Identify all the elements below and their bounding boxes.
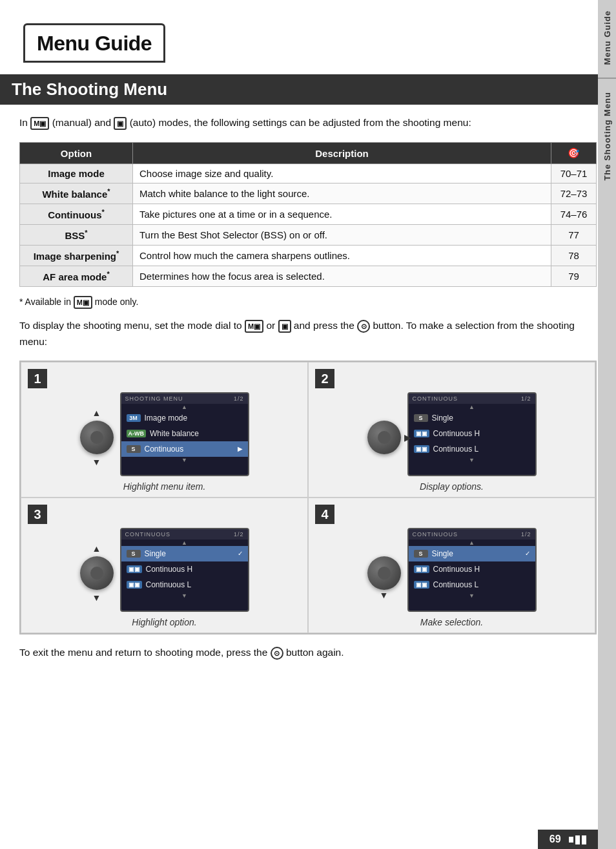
step-3-item-cont-l: ▣▣ Continuous L — [121, 577, 248, 592]
step-2-caption: Display options. — [315, 481, 588, 492]
step-3-item-single: S Single ✓ — [121, 546, 248, 561]
instructions-text: To display the shooting menu, set the mo… — [19, 318, 597, 350]
exit-menu-button-icon: ⊙ — [271, 647, 283, 660]
step-1-item-continuous: S Continuous ▶ — [121, 441, 248, 457]
page-number: 69 — [549, 833, 561, 844]
step-2-item-single: S Single — [409, 410, 535, 426]
step-1-number: 1 — [28, 369, 47, 388]
exit-instructions: To exit the menu and return to shooting … — [0, 645, 616, 661]
table-row: AF area mode*Determines how the focus ar… — [20, 266, 597, 287]
description-cell: Determines how the focus area is selecte… — [133, 266, 551, 287]
option-cell: Image mode — [20, 164, 133, 183]
sidebar-label-menu-guide: Menu Guide — [600, 0, 615, 75]
main-content: In M▣ (manual) and ▣ (auto) modes, the f… — [0, 115, 616, 350]
step-3-check: ✓ — [238, 550, 243, 557]
page-cell: 72–73 — [551, 183, 597, 204]
option-cell: White balance* — [20, 183, 133, 204]
step-2-screen: CONTINUOUS1/2 ▲ S Single ▣▣ Continuous H… — [407, 392, 537, 476]
page-bar-2 — [575, 835, 580, 844]
manual-mode-icon-footnote: M▣ — [74, 296, 92, 309]
step-3-inner: ▲ ▼ CONTINUOUS1/2 ▲ S Single ✓ — [28, 528, 301, 612]
step-4-screen-header: CONTINUOUS1/2 — [409, 529, 535, 540]
options-table: Option Description 🎯 Image modeChoose im… — [19, 142, 597, 287]
page-number-bar: 69 — [538, 830, 598, 849]
page-cell: 70–71 — [551, 164, 597, 183]
page-title: Menu Guide — [37, 32, 152, 56]
table-footnote: * Available in M▣ mode only. — [19, 296, 597, 309]
step-2-icon-s: S — [414, 414, 428, 422]
page-bar-3 — [582, 835, 586, 844]
step-4-icon-s: S — [414, 550, 428, 558]
step-4-screen: CONTINUOUS1/2 ▲ S Single ✓ ▣▣ Continuous… — [407, 528, 537, 612]
step-1-icon-s: S — [127, 445, 141, 453]
auto-mode-icon: ▣ — [114, 117, 127, 130]
step-2-icon-cl: ▣▣ — [414, 445, 429, 453]
step-4-number: 4 — [315, 505, 334, 524]
page-bar-1 — [569, 837, 573, 843]
col-page-header: 🎯 — [551, 143, 597, 164]
step-2-cell: 2 ▶ CONTINUOUS1/2 ▲ S Single — [308, 362, 595, 498]
col-option-header: Option — [20, 143, 133, 164]
section-heading: The Shooting Menu — [0, 74, 598, 105]
step-4-item-single: S Single ✓ — [409, 546, 535, 561]
step-4-item-cont-l: ▣▣ Continuous L — [409, 577, 535, 592]
step-4-check: ✓ — [525, 550, 530, 557]
description-cell: Choose image size and quality. — [133, 164, 551, 183]
steps-grid: 1 ▲ ▼ SHOOTING MENU1/2 ▲ 3 — [19, 361, 597, 634]
sidebar-right: Menu Guide The Shooting Menu — [598, 0, 616, 849]
step-3-icon-cl: ▣▣ — [127, 581, 142, 589]
page-bars-icon — [569, 835, 586, 844]
step-1-icon-3m: 3M — [127, 414, 141, 422]
step-2-nav-button — [367, 421, 401, 454]
step-2-number: 2 — [315, 369, 334, 388]
sidebar-label-shooting-menu: The Shooting Menu — [600, 81, 615, 191]
menu-button-icon: ⊙ — [357, 320, 370, 333]
step-3-cell: 3 ▲ ▼ CONTINUOUS1/2 ▲ S Single — [21, 498, 308, 633]
step-2-inner: ▶ CONTINUOUS1/2 ▲ S Single ▣▣ Continuous… — [315, 392, 588, 476]
page-cell: 79 — [551, 266, 597, 287]
step-3-number: 3 — [28, 505, 47, 524]
step-3-icon-s: S — [127, 550, 141, 558]
step-4-cell: 4 ▼ CONTINUOUS1/2 ▲ S Single — [308, 498, 595, 633]
header-box: Menu Guide — [23, 23, 165, 63]
mode-dial-icon2: ▣ — [278, 320, 291, 333]
step-4-nav-button: ▼ — [367, 556, 401, 590]
table-row: BSS*Turn the Best Shot Selector (BSS) on… — [20, 225, 597, 246]
step-3-icon-ch: ▣▣ — [127, 565, 142, 573]
page-cell: 74–76 — [551, 204, 597, 225]
step-1-arrow-indicator: ▶ — [238, 445, 243, 452]
step-4-icon-ch: ▣▣ — [414, 565, 429, 573]
option-cell: BSS* — [20, 225, 133, 246]
step-2-icon-ch: ▣▣ — [414, 430, 429, 437]
page-cell: 77 — [551, 225, 597, 246]
step-4-icon-cl: ▣▣ — [414, 581, 429, 589]
sidebar-divider — [598, 78, 616, 79]
step-1-screen: SHOOTING MENU1/2 ▲ 3M Image mode A-WB Wh… — [120, 392, 249, 476]
option-cell: Continuous* — [20, 204, 133, 225]
step-3-screen: CONTINUOUS1/2 ▲ S Single ✓ ▣▣ Continuous… — [120, 528, 249, 612]
step-1-nav-button — [80, 421, 114, 454]
step-1-icon-awb: A-WB — [127, 430, 147, 437]
page-cell: 78 — [551, 246, 597, 266]
description-cell: Match white balance to the light source. — [133, 183, 551, 204]
table-row: White balance*Match white balance to the… — [20, 183, 597, 204]
option-cell: Image sharpening* — [20, 246, 133, 266]
option-cell: AF area mode* — [20, 266, 133, 287]
step-1-inner: ▲ ▼ SHOOTING MENU1/2 ▲ 3M Image mode — [28, 392, 301, 476]
mode-dial-icon1: M▣ — [245, 320, 263, 333]
col-description-header: Description — [133, 143, 551, 164]
step-2-item-cont-h: ▣▣ Continuous H — [409, 426, 535, 441]
step-2-item-cont-l: ▣▣ Continuous L — [409, 441, 535, 457]
step-1-cell: 1 ▲ ▼ SHOOTING MENU1/2 ▲ 3 — [21, 362, 308, 498]
step-4-inner: ▼ CONTINUOUS1/2 ▲ S Single ✓ ▣▣ Co — [315, 528, 588, 612]
step-1-item-white-balance: A-WB White balance — [121, 426, 248, 441]
table-row: Continuous*Take pictures one at a time o… — [20, 204, 597, 225]
step-4-caption: Make selection. — [315, 617, 588, 627]
table-row: Image sharpening*Control how much the ca… — [20, 246, 597, 266]
step-3-nav-button — [80, 556, 114, 590]
step-3-item-cont-h: ▣▣ Continuous H — [121, 561, 248, 577]
description-cell: Control how much the camera sharpens out… — [133, 246, 551, 266]
step-3-screen-header: CONTINUOUS1/2 — [121, 529, 248, 540]
description-cell: Turn the Best Shot Selector (BSS) on or … — [133, 225, 551, 246]
intro-paragraph: In M▣ (manual) and ▣ (auto) modes, the f… — [19, 115, 597, 131]
